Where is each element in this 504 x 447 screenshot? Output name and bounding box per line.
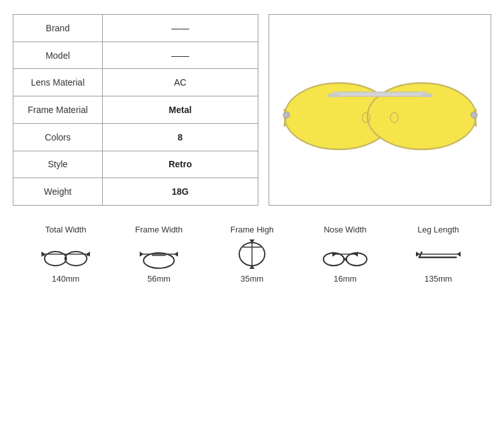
measurement-value: 35mm xyxy=(241,274,263,284)
svg-rect-2 xyxy=(332,92,428,96)
svg-point-10 xyxy=(471,112,477,118)
table-value-cell: 8 xyxy=(103,123,258,151)
table-value-cell: Retro xyxy=(103,151,258,178)
svg-marker-41 xyxy=(457,252,461,257)
leg-length-icon xyxy=(413,238,464,270)
measurement-value: 16mm xyxy=(334,274,357,284)
table-label-cell: Model xyxy=(13,42,103,69)
svg-point-9 xyxy=(283,112,290,118)
table-row: StyleRetro xyxy=(13,151,258,178)
measurement-label: Total Width xyxy=(45,225,86,234)
table-value-cell: —— xyxy=(103,15,258,42)
table-label-cell: Lens Material xyxy=(13,69,103,96)
measurement-item: Nose Width 16mm xyxy=(320,225,371,284)
measurement-value: 56mm xyxy=(147,274,170,284)
measurement-item: Leg Length 135mm xyxy=(413,225,464,284)
table-label-cell: Brand xyxy=(13,15,103,42)
measurement-value: 135mm xyxy=(424,274,452,284)
table-label-cell: Weight xyxy=(13,178,103,206)
table-row: Brand—— xyxy=(13,15,258,42)
measurement-item: Total Width 140mm xyxy=(40,225,91,284)
table-value-cell: —— xyxy=(103,42,258,69)
svg-rect-3 xyxy=(328,94,339,97)
svg-marker-23 xyxy=(140,252,144,257)
table-label-cell: Frame Material xyxy=(13,96,103,124)
measurement-item: Frame High 35mm xyxy=(226,225,278,284)
measurement-value: 140mm xyxy=(52,274,79,284)
total-width-icon xyxy=(40,238,91,270)
table-value-cell: 18G xyxy=(103,178,258,206)
table-row: Frame MaterialMetal xyxy=(13,96,258,124)
product-image-box xyxy=(269,14,491,206)
table-row: Weight18G xyxy=(13,178,258,206)
measurements-section: Total Width 140mmFrame Width 56mmFrame H… xyxy=(0,218,504,284)
table-label-cell: Colors xyxy=(13,123,103,151)
page-header xyxy=(0,0,504,14)
frame-width-icon xyxy=(133,238,184,270)
nose-width-icon xyxy=(320,238,371,270)
measurement-label: Frame Width xyxy=(135,225,182,234)
table-row: Model—— xyxy=(13,42,258,69)
table-value-cell: Metal xyxy=(103,96,258,124)
product-info-table: Brand——Model——Lens MaterialACFrame Mater… xyxy=(13,14,258,206)
measurement-label: Nose Width xyxy=(323,225,366,234)
table-row: Colors8 xyxy=(13,123,258,151)
table-label-cell: Style xyxy=(13,151,103,178)
product-image xyxy=(272,59,489,161)
measurement-label: Frame High xyxy=(230,225,274,234)
svg-rect-4 xyxy=(421,94,433,97)
table-value-cell: AC xyxy=(103,69,258,96)
table-row: Lens MaterialAC xyxy=(13,69,258,96)
main-content: Brand——Model——Lens MaterialACFrame Mater… xyxy=(0,14,504,206)
frame-high-icon xyxy=(226,238,278,270)
measurement-item: Frame Width 56mm xyxy=(133,225,184,284)
svg-marker-24 xyxy=(174,252,178,257)
measurement-label: Leg Length xyxy=(417,225,459,234)
